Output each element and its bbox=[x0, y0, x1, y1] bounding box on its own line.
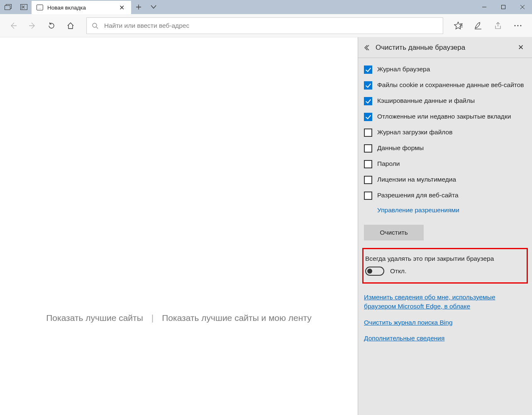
checkbox-row: Журнал браузера bbox=[364, 65, 526, 74]
svg-point-6 bbox=[93, 23, 97, 27]
checkbox-label: Лицензии на мультимедиа bbox=[377, 175, 456, 184]
tab-preview-button[interactable] bbox=[0, 4, 16, 10]
checkbox-label: Разрешения для веб-сайта bbox=[377, 191, 459, 200]
separator: | bbox=[151, 313, 154, 323]
checkbox[interactable] bbox=[364, 144, 372, 153]
checkbox-row: Пароли bbox=[364, 159, 526, 168]
refresh-button[interactable] bbox=[42, 17, 61, 35]
svg-rect-5 bbox=[502, 5, 505, 9]
always-clear-label: Всегда удалять это при закрытии браузера bbox=[365, 255, 522, 262]
favorites-button[interactable] bbox=[448, 17, 468, 35]
tab-menu-button[interactable] bbox=[146, 0, 161, 14]
window-close-button[interactable] bbox=[513, 5, 532, 10]
checkbox[interactable] bbox=[364, 160, 372, 168]
address-bar[interactable] bbox=[86, 17, 443, 34]
always-clear-toggle[interactable] bbox=[365, 267, 384, 276]
checkbox[interactable] bbox=[364, 176, 372, 184]
panel-header: Очистить данные браузера ✕ bbox=[358, 37, 532, 58]
svg-point-14 bbox=[520, 25, 522, 26]
svg-line-7 bbox=[96, 27, 98, 29]
svg-point-13 bbox=[517, 25, 519, 26]
new-tab-button[interactable] bbox=[131, 0, 146, 14]
titlebar: … Новая вкладка ✕ bbox=[0, 0, 532, 14]
set-aside-tabs-button[interactable] bbox=[16, 4, 32, 10]
toolbar bbox=[0, 14, 532, 37]
checkbox-row: Разрешения для веб-сайта bbox=[364, 191, 526, 200]
checkbox-label: Данные формы bbox=[377, 143, 424, 153]
checkbox-label: Пароли bbox=[377, 159, 400, 168]
more-info-link[interactable]: Дополнительные сведения bbox=[364, 334, 444, 343]
option-top-sites[interactable]: Показать лучшие сайты bbox=[46, 313, 143, 323]
svg-point-12 bbox=[515, 25, 516, 26]
window-maximize-button[interactable] bbox=[494, 5, 513, 10]
new-tab-page: Показать лучшие сайты | Показать лучшие … bbox=[0, 37, 358, 415]
checkbox-row: Кэшированные данные и файлы bbox=[364, 96, 526, 105]
checkbox[interactable] bbox=[364, 192, 372, 200]
bing-history-link[interactable]: Очистить журнал поиска Bing bbox=[364, 318, 453, 327]
checkbox-label: Отложенные или недавно закрытые вкладки bbox=[377, 112, 511, 121]
share-button[interactable] bbox=[488, 17, 508, 35]
clear-data-panel: Очистить данные браузера ✕ Журнал браузе… bbox=[358, 37, 532, 415]
checkbox-label: Журнал браузера bbox=[377, 65, 430, 74]
panel-close-button[interactable]: ✕ bbox=[515, 43, 526, 52]
clear-button[interactable]: Очистить bbox=[364, 225, 424, 240]
checkbox[interactable] bbox=[364, 129, 372, 137]
checkbox[interactable] bbox=[364, 97, 372, 105]
tab-favicon-icon: … bbox=[37, 5, 43, 10]
always-clear-section: Всегда удалять это при закрытии браузера… bbox=[362, 248, 528, 284]
checkbox[interactable] bbox=[364, 113, 372, 121]
panel-back-button[interactable] bbox=[364, 45, 376, 51]
browser-tab[interactable]: … Новая вкладка ✕ bbox=[32, 0, 131, 14]
panel-title: Очистить данные браузера bbox=[376, 44, 515, 52]
back-button[interactable] bbox=[4, 17, 22, 35]
option-top-sites-feed[interactable]: Показать лучшие сайты и мою ленту bbox=[162, 313, 312, 323]
notes-button[interactable] bbox=[468, 17, 488, 35]
svg-rect-2 bbox=[20, 5, 27, 10]
forward-button[interactable] bbox=[23, 17, 41, 35]
content-area: Показать лучшие сайты | Показать лучшие … bbox=[0, 37, 532, 415]
search-icon bbox=[92, 22, 98, 29]
checkbox-row: Файлы cookie и сохраненные данные веб-са… bbox=[364, 80, 526, 90]
svg-rect-1 bbox=[5, 6, 10, 10]
cloud-info-link[interactable]: Изменить сведения обо мне, используемые … bbox=[364, 293, 526, 311]
checkbox-row: Журнал загрузки файлов bbox=[364, 128, 526, 137]
tab-close-button[interactable]: ✕ bbox=[117, 4, 126, 12]
checkbox[interactable] bbox=[364, 81, 372, 90]
address-input[interactable] bbox=[104, 22, 438, 29]
checkbox-row: Лицензии на мультимедиа bbox=[364, 175, 526, 184]
window-minimize-button[interactable] bbox=[475, 5, 494, 10]
settings-menu-button[interactable] bbox=[508, 17, 528, 35]
checkbox-row: Данные формы bbox=[364, 143, 526, 153]
manage-permissions-link[interactable]: Управление разрешениями bbox=[377, 206, 459, 214]
checkbox-label: Журнал загрузки файлов bbox=[377, 128, 452, 137]
checkbox[interactable] bbox=[364, 66, 372, 74]
tab-title: Новая вкладка bbox=[47, 5, 117, 11]
checkbox-label: Файлы cookie и сохраненные данные веб-са… bbox=[377, 80, 524, 90]
toggle-state-label: Откл. bbox=[390, 267, 406, 275]
checkbox-row: Отложенные или недавно закрытые вкладки bbox=[364, 112, 526, 121]
home-button[interactable] bbox=[61, 17, 80, 35]
checkbox-label: Кэшированные данные и файлы bbox=[377, 96, 475, 105]
